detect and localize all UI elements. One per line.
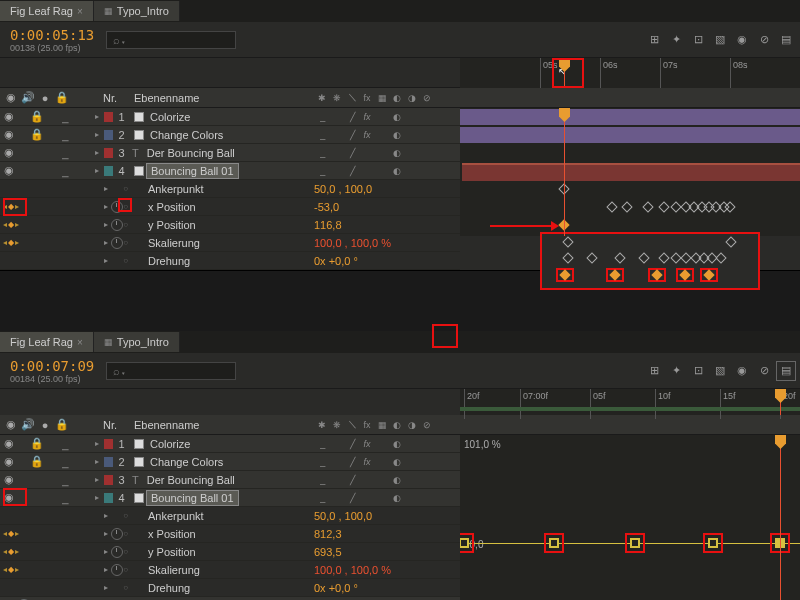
graph-editor[interactable]: 101,0 % 00,0 99,0: [460, 435, 800, 600]
switch-icon[interactable]: ⎯: [316, 129, 328, 141]
switch-icon[interactable]: [376, 492, 388, 504]
stopwatch-icon[interactable]: [111, 564, 123, 576]
tool-icon[interactable]: ⊞: [644, 361, 664, 381]
shy-icon[interactable]: ⎯: [62, 165, 69, 177]
stopwatch-icon[interactable]: [111, 546, 123, 558]
switch-icon[interactable]: ╱: [346, 492, 358, 504]
stopwatch-icon[interactable]: [111, 528, 123, 540]
graph-keyframe[interactable]: [630, 538, 640, 548]
keyframe[interactable]: [725, 236, 736, 247]
tool-icon[interactable]: ⊘: [754, 30, 774, 50]
prev-kf-icon[interactable]: ◂: [3, 238, 7, 247]
switch-icon[interactable]: ❋: [331, 419, 343, 431]
switch-icon[interactable]: ⊘: [421, 419, 433, 431]
switch-icon[interactable]: ◐: [391, 492, 403, 504]
color-label[interactable]: [104, 130, 113, 140]
switch-icon[interactable]: fx: [361, 92, 373, 104]
twirl-icon[interactable]: ▸: [101, 529, 111, 538]
expression-icon[interactable]: ○: [123, 529, 128, 538]
switch-icon[interactable]: ＼: [346, 419, 358, 431]
keyframe[interactable]: [638, 252, 649, 263]
eye-icon[interactable]: ◉: [2, 491, 16, 504]
twirl-icon[interactable]: ▸: [101, 220, 111, 229]
close-icon[interactable]: ×: [77, 337, 83, 348]
layer-name[interactable]: Bouncing Ball 01: [146, 163, 239, 179]
search-input[interactable]: [106, 31, 236, 49]
tool-icon[interactable]: ◉: [732, 361, 752, 381]
switch-icon[interactable]: ◐: [391, 129, 403, 141]
property-value[interactable]: 50,0 , 100,0: [312, 183, 372, 195]
timecode[interactable]: 0:00:05:13: [4, 27, 104, 43]
color-label[interactable]: [104, 475, 113, 485]
fx-icon[interactable]: fx: [361, 438, 373, 450]
speaker-icon[interactable]: 🔊: [21, 418, 35, 431]
tab-typo[interactable]: ▦Typo_Intro: [94, 1, 180, 21]
expression-icon[interactable]: ○: [123, 238, 128, 247]
prev-kf-icon[interactable]: ◂: [3, 565, 7, 574]
solo-icon[interactable]: ●: [38, 419, 52, 431]
switch-icon[interactable]: ◐: [391, 438, 403, 450]
expression-icon[interactable]: ○: [123, 583, 128, 592]
graph-keyframe[interactable]: [549, 538, 559, 548]
eye-icon[interactable]: ◉: [4, 418, 18, 431]
switch-icon[interactable]: ⎯: [316, 147, 328, 159]
layer-name[interactable]: Der Bouncing Ball: [143, 474, 235, 486]
switch-icon[interactable]: ▦: [376, 92, 388, 104]
switch-icon[interactable]: ╱: [346, 111, 358, 123]
twirl-icon[interactable]: ▸: [92, 493, 102, 502]
lock-icon[interactable]: 🔒: [30, 110, 44, 123]
prev-kf-icon[interactable]: ◂: [3, 547, 7, 556]
layer-name[interactable]: Colorize: [146, 111, 190, 123]
stopwatch-icon[interactable]: [111, 237, 123, 249]
prev-kf-icon[interactable]: ◂: [3, 529, 7, 538]
color-label[interactable]: [104, 439, 113, 449]
keyframe[interactable]: [586, 252, 597, 263]
switch-icon[interactable]: ▦: [376, 419, 388, 431]
twirl-icon[interactable]: ▸: [92, 457, 102, 466]
expression-icon[interactable]: ○: [123, 256, 128, 265]
shy-icon[interactable]: ⎯: [62, 492, 69, 504]
property-value[interactable]: 0x +0,0 °: [312, 255, 358, 267]
switch-icon[interactable]: ◐: [391, 165, 403, 177]
switch-icon[interactable]: ⎯: [316, 492, 328, 504]
twirl-icon[interactable]: ▸: [92, 475, 102, 484]
lock-icon[interactable]: 🔒: [30, 128, 44, 141]
switch-icon[interactable]: ⎯: [316, 474, 328, 486]
add-kf-icon[interactable]: ◆: [8, 238, 14, 247]
shy-icon[interactable]: ⎯: [62, 147, 69, 159]
color-label[interactable]: [104, 148, 113, 158]
tool-icon[interactable]: ⊡: [688, 30, 708, 50]
expression-icon[interactable]: ○: [123, 184, 128, 193]
work-area-bar[interactable]: [460, 407, 800, 411]
switch-icon[interactable]: ❋: [331, 92, 343, 104]
twirl-icon[interactable]: ▸: [92, 166, 102, 175]
add-kf-icon[interactable]: ◆: [8, 202, 14, 211]
switch-icon[interactable]: [331, 111, 343, 123]
twirl-icon[interactable]: ▸: [101, 256, 111, 265]
switch-icon[interactable]: [376, 111, 388, 123]
switch-icon[interactable]: [376, 129, 388, 141]
tool-icon[interactable]: ▤: [776, 30, 796, 50]
eye-icon[interactable]: ◉: [2, 110, 16, 123]
layer-bar[interactable]: [462, 163, 800, 181]
timeline-track-area[interactable]: [460, 108, 800, 236]
tool-icon[interactable]: ✦: [666, 30, 686, 50]
property-value[interactable]: 50,0 , 100,0: [312, 510, 372, 522]
next-kf-icon[interactable]: ▸: [15, 547, 19, 556]
switch-icon[interactable]: [376, 147, 388, 159]
switch-icon[interactable]: ◑: [406, 92, 418, 104]
tab-typo[interactable]: ▦Typo_Intro: [94, 332, 180, 352]
keyframe[interactable]: [562, 252, 573, 263]
shy-icon[interactable]: ⎯: [62, 111, 69, 123]
keyframe[interactable]: [715, 252, 726, 263]
switch-icon[interactable]: ╱: [346, 129, 358, 141]
switch-icon[interactable]: [331, 438, 343, 450]
speaker-icon[interactable]: 🔊: [21, 91, 35, 104]
layer-row[interactable]: ◉ ⎯ ▸4 Bouncing Ball 01 ⎯╱◐: [0, 489, 460, 507]
expression-icon[interactable]: ○: [123, 565, 128, 574]
add-kf-icon[interactable]: ◆: [8, 565, 14, 574]
layer-row[interactable]: ◉🔒 ⎯ ▸2 Change Colors ⎯╱fx◐: [0, 453, 460, 471]
fx-icon[interactable]: fx: [361, 129, 373, 141]
color-label[interactable]: [104, 166, 113, 176]
next-kf-icon[interactable]: ▸: [15, 202, 19, 211]
